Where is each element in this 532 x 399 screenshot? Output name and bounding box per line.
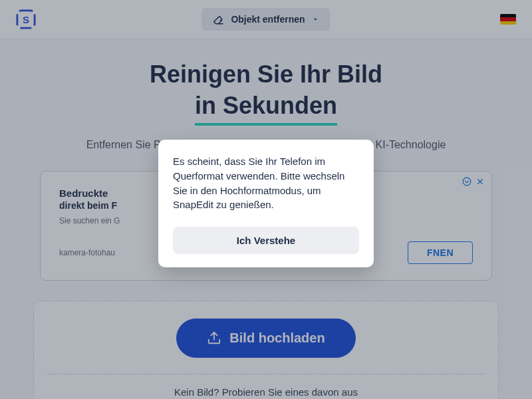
modal-message: Es scheint, dass Sie Ihr Telefon im Quer…: [173, 154, 359, 212]
orientation-modal: Es scheint, dass Sie Ihr Telefon im Quer…: [158, 140, 374, 267]
modal-overlay[interactable]: Es scheint, dass Sie Ihr Telefon im Quer…: [0, 0, 532, 399]
modal-confirm-button[interactable]: Ich Verstehe: [173, 227, 359, 254]
